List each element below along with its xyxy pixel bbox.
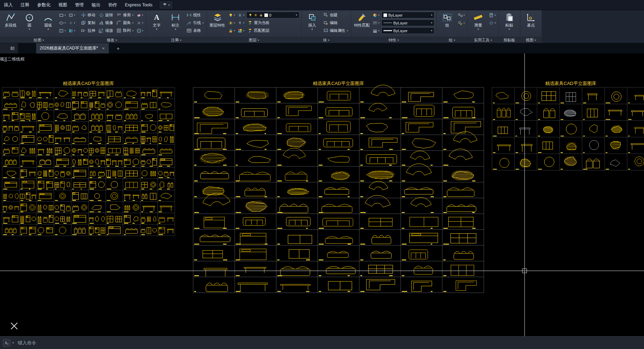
menu-item-5[interactable]: 输出	[88, 0, 105, 10]
fillet-button[interactable]: 圆角▾	[115, 19, 135, 27]
layer-lock-button[interactable]: ▾	[228, 27, 236, 34]
command-prompt-icon[interactable]	[3, 339, 11, 347]
point-id-button[interactable]: ▾	[488, 19, 497, 27]
color-picker-button[interactable]: ▾	[372, 11, 380, 19]
layer-isolate-button[interactable]: ▾	[228, 19, 236, 27]
close-mark-icon[interactable]	[11, 323, 17, 329]
panel-label-layers[interactable]: 图层 ▾	[207, 37, 301, 43]
object-color-dropdown[interactable]: ByLayer▾	[381, 12, 435, 18]
panel-label-view[interactable]: 视图 ▾	[520, 37, 542, 43]
panel-label-utilities[interactable]: 实用工具 ▾	[467, 37, 498, 43]
arc-button[interactable]: 圆弧▾	[39, 11, 57, 36]
stretch-button[interactable]: 拉伸	[80, 27, 96, 34]
explode-button[interactable]: ▾	[136, 19, 144, 27]
lineweight-list-button[interactable]: ▾	[372, 27, 380, 34]
furniture-library-grid[interactable]: 精选家具CAD平立面图库	[492, 81, 644, 170]
chevron-down-icon: ▾	[29, 28, 30, 31]
ribbon-panel-draw: 多段线圆▾圆弧▾▾▾▾▾▾▾绘图 ▾	[0, 10, 78, 43]
create-block-button[interactable]: 创建	[322, 11, 349, 19]
panel-label-modify[interactable]: 修改 ▾	[78, 37, 146, 43]
polyline-icon	[6, 12, 16, 22]
erase-button[interactable]: ▾	[136, 11, 144, 19]
layer-off-button[interactable]: ▾	[228, 11, 236, 19]
panel-label-clipboard[interactable]: 剪贴板	[499, 37, 520, 43]
drawing-canvas[interactable]: 精选家具CAD平立面图库精选家具CAD平立面图库精选家具CAD平立面图库	[0, 53, 644, 336]
chevron-down-icon: ▾	[65, 29, 66, 32]
point-button[interactable]: ▾	[68, 19, 76, 27]
layer-freeze-button[interactable]: ▾	[237, 11, 245, 19]
furniture-library-grid[interactable]: 精选家具CAD平立面图库	[2, 81, 175, 236]
hatch-button[interactable]: ▾	[58, 27, 67, 34]
panel-label-groups[interactable]: 组 ▾	[437, 37, 467, 43]
ellipse-button[interactable]: ▾	[58, 19, 67, 27]
make-current-button[interactable]: 置为当前	[246, 19, 299, 27]
edit-attributes-button[interactable]: a编辑属性▾	[322, 27, 349, 34]
menu-item-1[interactable]: 注释	[17, 0, 33, 10]
rectangle-button[interactable]: ▾	[58, 11, 67, 19]
menu-item-6[interactable]: 协作	[105, 0, 121, 10]
command-options-arrow[interactable]: ▾	[12, 341, 14, 344]
move-button[interactable]: 移动	[80, 11, 96, 19]
dim-linear-button[interactable]: 线性	[185, 11, 205, 19]
leader-button[interactable]: 引线▾	[185, 19, 205, 27]
paste-button[interactable]: 粘贴▾	[500, 11, 518, 36]
svg-text:A: A	[154, 13, 159, 22]
chevron-down-icon: ▾	[132, 14, 134, 17]
circle-button[interactable]: 圆▾	[21, 11, 38, 36]
menu-item-2[interactable]: 参数化	[33, 0, 55, 10]
colorsphere-icon	[373, 13, 377, 18]
match-layer-button[interactable]: 匹配图层	[246, 27, 299, 34]
match-properties-button[interactable]: 特性匹配	[353, 11, 371, 36]
tab-close-icon[interactable]: ×	[101, 46, 106, 51]
viewport-controls[interactable]: 视][二维线框	[0, 56, 25, 62]
polyline-button[interactable]: 多段线	[2, 11, 19, 36]
ungroup-button[interactable]: ▾	[457, 11, 466, 19]
layer-on-button[interactable]: ▾	[237, 19, 245, 27]
quick-calc-button[interactable]: ▾	[488, 11, 497, 19]
file-tab-start[interactable]: 始	[0, 43, 18, 53]
panel-label-block[interactable]: 块 ▾	[302, 37, 351, 43]
rotate-button[interactable]: 旋转	[97, 11, 114, 19]
file-tab-active[interactable]: 2026精选家具CAD平立面图库* ×	[36, 43, 109, 53]
menu-item-3[interactable]: 视图	[55, 0, 71, 10]
layer-color-button[interactable]: ▾	[237, 27, 245, 34]
edit-block-button[interactable]: 编辑	[322, 19, 349, 27]
menu-item-4[interactable]: 管理	[71, 0, 88, 10]
gradient-button[interactable]: ▾	[68, 27, 76, 34]
menu-item-0[interactable]: 插入	[0, 0, 17, 10]
measure-button[interactable]: 测量▾	[469, 11, 487, 36]
chevron-down-icon: ▾	[491, 39, 492, 42]
chevron-down-icon: ▾	[243, 29, 245, 32]
command-bar[interactable]: ▾ 键入命令	[0, 336, 644, 349]
layer-select-dropdown[interactable]: 0▾	[246, 12, 299, 18]
furniture-library-grid[interactable]: 精选家具CAD平立面图库	[193, 81, 484, 293]
copy-button[interactable]: 复制	[80, 19, 96, 27]
panel-label-properties[interactable]: 特性 ▾	[351, 37, 436, 43]
linetype-list-button[interactable]: ▾	[372, 19, 380, 27]
scale-button[interactable]: 缩放	[97, 27, 114, 34]
linetype-dropdown[interactable]: ByLayer▾	[381, 19, 435, 26]
base-point-button[interactable]: 基点	[522, 11, 540, 36]
mirror-button[interactable]: 镜像	[97, 19, 114, 27]
offset-button[interactable]: ▾	[136, 27, 144, 34]
chevron-down-icon: ▾	[74, 14, 75, 17]
panel-label-annotate[interactable]: 注释 ▾	[146, 37, 207, 43]
array-button[interactable]: 阵列▾	[115, 27, 135, 34]
trim-button[interactable]: 修剪▾	[115, 11, 135, 19]
hatch-icon	[59, 28, 64, 33]
new-tab-button[interactable]: +	[114, 45, 122, 52]
command-input[interactable]: 键入命令	[18, 340, 36, 346]
table-button[interactable]: 表格	[185, 27, 205, 34]
menu-item-7[interactable]: Express Tools	[121, 0, 157, 10]
chevron-down-icon: ▾	[132, 29, 134, 32]
lineweight-dropdown[interactable]: ByLayer▾	[381, 27, 435, 34]
ribbon-display-toggle[interactable]: ▾	[160, 1, 172, 8]
text-button[interactable]: A文字▾	[148, 11, 166, 36]
group-button[interactable]: 组	[438, 11, 456, 36]
region-button[interactable]: ▾	[68, 11, 76, 19]
panel-label-draw[interactable]: 绘图 ▾	[0, 37, 78, 43]
insert-block-button[interactable]: 插入▾	[303, 11, 321, 36]
group-edit-button[interactable]: ▾	[457, 19, 466, 27]
layer-properties-button[interactable]: 图层特性	[209, 11, 226, 36]
dimension-button[interactable]: 标注▾	[167, 11, 184, 36]
